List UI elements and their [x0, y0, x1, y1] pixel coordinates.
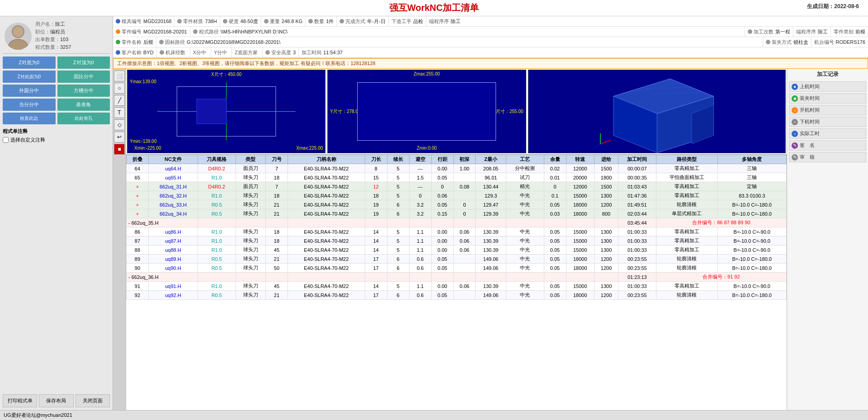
- straight-btn[interactable]: 校直此边: [3, 113, 56, 124]
- gray-dot-path: [193, 29, 198, 34]
- speed-cell: 15000: [566, 236, 594, 245]
- tool-spec-cell: R1.0: [198, 245, 236, 255]
- process-cell: 分中检测: [506, 164, 544, 173]
- arrow-tool[interactable]: ↩: [114, 132, 125, 142]
- path-type-cell: 轮廓清根: [656, 264, 717, 273]
- ri-icon-actual: ○: [792, 131, 798, 137]
- step-cell: 0.00: [431, 164, 453, 173]
- table-row: 90uq90.HR0.5球头刀50E40-SLRA4-70-M221760.60…: [127, 264, 787, 273]
- merge-empty-cell: [506, 218, 544, 227]
- blue-dot-1: [116, 19, 120, 24]
- ext-cell: 6: [387, 255, 409, 264]
- th-feed: 进给: [594, 155, 618, 164]
- type-cell: 球头刀: [236, 191, 265, 200]
- print-btn[interactable]: 打印程式单: [3, 394, 37, 407]
- part-name-cell: 零件名称 后模: [113, 37, 156, 47]
- init-dep-cell: 1.00: [453, 164, 476, 173]
- len-cell: 19: [365, 209, 387, 218]
- z-surface-btn[interactable]: Z对此面为0: [3, 71, 56, 83]
- merge-empty-cell: [409, 273, 431, 282]
- x-center-cell: X分中: [190, 47, 211, 57]
- material-cell: 零件材质 738H: [175, 16, 220, 26]
- step-cell: 0.00: [431, 236, 453, 245]
- tool-no-cell: 21: [265, 209, 288, 218]
- footer-row: UG爱好者论坛@mychuan2021: [0, 410, 868, 420]
- table-row: +662uq_32.HR1.0球头刀18E40-SLRA4-70-M221850…: [127, 191, 787, 200]
- ext-cell: 5: [387, 173, 409, 182]
- nc-cell: uq90.H: [148, 264, 198, 273]
- outer-center-btn[interactable]: 外圆分中: [3, 85, 56, 97]
- ext-cell: 5: [387, 236, 409, 245]
- circle-tool[interactable]: ○: [114, 83, 125, 94]
- select-tool[interactable]: ⬜: [114, 71, 125, 81]
- nc-cell: uq87.H: [148, 236, 198, 245]
- tool-spec-cell: R0.5: [198, 291, 236, 300]
- user-files-val: 3257: [60, 44, 71, 50]
- init-dep-cell: 0.06: [453, 282, 476, 291]
- table-row: 91uq91.HR1.0球头刀45E40-SLRA4-70-M221451.10…: [127, 282, 787, 291]
- table-area: 折叠 NC文件 刀具规格 类型 刀号 刀柄名称 刀长 续长 避空 行距: [126, 155, 787, 410]
- gray-dot-hard: [223, 19, 227, 24]
- red-tool[interactable]: ■: [114, 144, 125, 155]
- axis-cell: B=-10.0 C=-90.0: [717, 227, 786, 236]
- th-process: 工艺: [506, 155, 544, 164]
- path-type-cell: 零高精加工: [656, 182, 717, 191]
- ri-icon-end: ○: [792, 119, 798, 125]
- slot-center-btn[interactable]: 方槽分中: [57, 85, 110, 97]
- time-cell: 00:00:35: [618, 173, 656, 182]
- current-center-btn[interactable]: 当分分中: [3, 99, 56, 111]
- main-title: 强互WorkNC加工清单: [389, 3, 479, 13]
- nc-cell: uq89.H: [148, 255, 198, 264]
- num-cell: +: [127, 191, 149, 200]
- avoid-cell: 3.2: [409, 200, 431, 209]
- zmin-cell: 129.3: [476, 191, 506, 200]
- save-layout-btn[interactable]: 保存布局: [39, 394, 73, 407]
- speed-cell: 18000: [566, 209, 594, 218]
- num-cell: 92: [127, 291, 149, 300]
- info-row-4: 客户名称 BYD 机床经数 X分中 Y分中: [113, 47, 868, 58]
- close-btn[interactable]: 关闭页面: [75, 394, 110, 407]
- tool-no-cell: 21: [265, 255, 288, 264]
- time-cell: 01:00:33: [618, 227, 656, 236]
- nc-cell: 662uq_34.H: [148, 209, 198, 218]
- type-cell: 球头刀: [236, 245, 265, 255]
- fixed-center-btn[interactable]: 固比分中: [57, 71, 110, 83]
- feed-cell: 1500: [594, 164, 618, 173]
- z-top-btn[interactable]: Z对顶为0: [57, 57, 110, 69]
- nc-cell: 662uq_33.H: [148, 200, 198, 209]
- svg-rect-7: [197, 99, 226, 124]
- t-tool[interactable]: T: [114, 107, 125, 118]
- z-bottom-btn[interactable]: Z对底为0: [3, 57, 56, 69]
- notes-checkbox[interactable]: [3, 137, 9, 143]
- handle-cell: E40-SLRA4-70-M22: [288, 227, 365, 236]
- line-tool[interactable]: ╱: [114, 95, 125, 106]
- ext-cell: 5: [387, 191, 409, 200]
- type-cell: 球头刀: [236, 291, 265, 300]
- th-tool-spec: 刀具规格: [198, 155, 236, 164]
- hole-btn[interactable]: 此处有孔: [57, 113, 110, 124]
- avoid-cell: 0.6: [409, 264, 431, 273]
- step-cell: 0.15: [431, 209, 453, 218]
- user-programs-label: 出单数量：: [35, 37, 60, 42]
- user-role-val: 编程员: [50, 29, 65, 34]
- zmin-cell: 129.47: [476, 200, 506, 209]
- num-cell: 88: [127, 245, 149, 255]
- process-cell: 中光: [506, 255, 544, 264]
- axis-cell: B=-10.0 C=-180.0: [717, 264, 786, 273]
- tool-no-cell: 45: [265, 245, 288, 255]
- axis-cell: B=-10.0 C=-90.0: [717, 245, 786, 255]
- side-view-svg: [328, 70, 525, 153]
- merge-empty-cell: [198, 218, 236, 227]
- margin-cell: 0.1: [544, 191, 566, 200]
- path-type-cell: 零高精加工: [656, 164, 717, 173]
- merge-note-cell: 合并编号：91 92: [656, 273, 786, 282]
- len-cell: 17: [365, 291, 387, 300]
- time-cell: 01:47:36: [618, 191, 656, 200]
- merge-empty-cell: [288, 273, 365, 282]
- content-area: ⬜ ○ ╱ T ◇ ↩ ■ X尺寸：450.00 Ymax:139.00: [113, 69, 868, 410]
- init-dep-cell: [453, 291, 476, 300]
- datum-btn[interactable]: 基准角: [57, 99, 110, 111]
- green-dot: [116, 40, 120, 44]
- info-rows: 模具编号 MGD220168 零件材质 738H 硬度 48-50度 重量 24…: [113, 16, 868, 58]
- diamond-tool[interactable]: ◇: [114, 119, 125, 130]
